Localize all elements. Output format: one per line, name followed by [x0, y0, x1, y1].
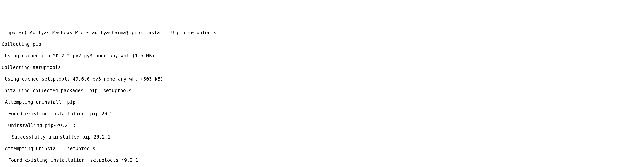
output-line: Collecting setuptools: [2, 65, 642, 70]
command-text: pip3 install -U pip setuptools: [132, 30, 216, 35]
output-line: Uninstalling pip-20.2.1:: [2, 122, 642, 128]
prompt-host: Adityas-MacBook-Pro:~: [30, 30, 89, 35]
output-line: Found existing installation: pip 20.2.1: [2, 111, 642, 117]
output-line: Using cached setuptools-49.6.0-py3-none-…: [2, 76, 642, 82]
output-line: Attempting uninstall: pip: [2, 99, 642, 105]
output-line: Successfully uninstalled pip-20.2.1: [2, 134, 642, 140]
output-line: Using cached pip-20.2.2-py2.py3-none-any…: [2, 53, 642, 59]
prompt-line: (jupyter) Adityas-MacBook-Pro:~ adityash…: [2, 30, 642, 36]
output-line: Attempting uninstall: setuptools: [2, 146, 642, 151]
output-line: Found existing installation: setuptools …: [2, 157, 642, 163]
terminal-output: (jupyter) Adityas-MacBook-Pro:~ adityash…: [2, 24, 642, 167]
output-line: Collecting pip: [2, 41, 642, 47]
prompt-env: (jupyter): [2, 30, 27, 35]
output-line: Installing collected packages: pip, setu…: [2, 88, 642, 94]
prompt-user: adityasharma$: [92, 30, 129, 35]
